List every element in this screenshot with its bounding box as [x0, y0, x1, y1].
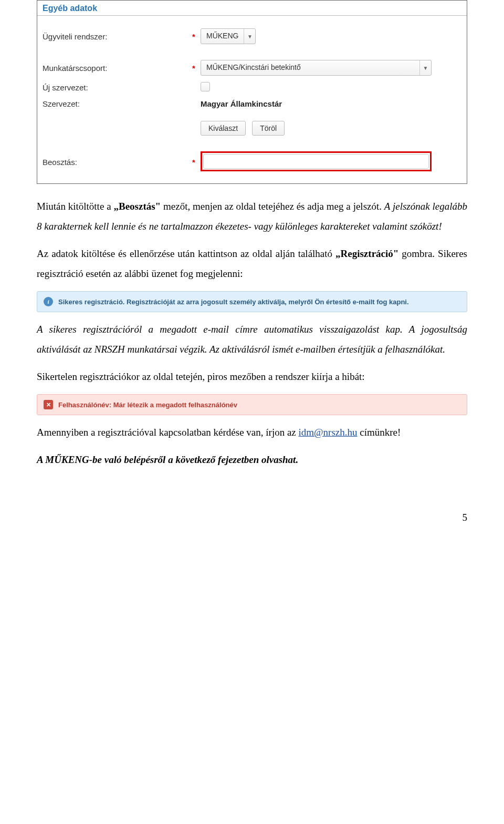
required-star: *	[192, 158, 201, 167]
panel-title: Egyéb adatok	[37, 1, 467, 16]
email-link[interactable]: idm@nrszh.hu	[299, 427, 358, 438]
row-neworg: Új szervezet:	[37, 79, 467, 96]
required-star: *	[192, 64, 201, 73]
row-position: Beosztás: *	[37, 139, 467, 176]
text-bold: „Regisztráció"	[335, 248, 398, 259]
org-value: Magyar Államkincstár	[201, 99, 282, 108]
text: mezőt, menjen az oldal tetejéhez és adja…	[161, 201, 384, 212]
text: Miután kitöltötte a	[37, 201, 113, 212]
position-input[interactable]	[203, 154, 429, 169]
alert-info: i Sikeres regisztráció. Regisztrációját …	[37, 291, 467, 312]
select-group-value: MŰKENG/Kincstári betekintő	[201, 60, 306, 75]
position-highlight-frame	[201, 151, 432, 171]
alert-error-text: Felhasználónév: Már létezik a megadott f…	[58, 401, 237, 409]
label-position: Beosztás:	[43, 158, 192, 167]
row-org-buttons: Kiválaszt Töröl	[37, 111, 467, 139]
paragraph-1: Miután kitöltötte a „Beosztás" mezőt, me…	[37, 197, 467, 236]
text: címünkre!	[358, 427, 401, 438]
row-group: Munkatárscsoport: * MŰKENG/Kincstári bet…	[37, 47, 467, 79]
required-star: *	[192, 32, 201, 41]
paragraph-6: A MŰKENG-be való belépésről a következő …	[37, 450, 467, 470]
checkbox-neworg[interactable]	[201, 82, 210, 91]
alert-info-text: Sikeres regisztráció. Regisztrációját az…	[58, 298, 409, 306]
close-icon: ✕	[44, 400, 53, 409]
paragraph-3: A sikeres regisztrációról a megadott e-m…	[37, 320, 467, 359]
paragraph-5: Amennyiben a regisztrációval kapcsolatba…	[37, 423, 467, 442]
text-bold: „Beosztás"	[113, 201, 161, 212]
paragraph-4: Sikertelen regisztrációkor az oldal tete…	[37, 367, 467, 387]
label-neworg: Új szervezet:	[43, 83, 192, 92]
page-number: 5	[37, 512, 467, 523]
row-org: Szervezet: Magyar Államkincstár	[37, 96, 467, 111]
select-system[interactable]: MŰKENG ▼	[201, 28, 256, 44]
select-button[interactable]: Kiválaszt	[201, 121, 246, 136]
label-group: Munkatárscsoport:	[43, 64, 192, 73]
label-system: Ügyviteli rendszer:	[43, 32, 192, 41]
text: Az adatok kitöltése és ellenőrzése után …	[37, 248, 335, 259]
row-system: Ügyviteli rendszer: * MŰKENG ▼	[37, 16, 467, 47]
chevron-down-icon: ▼	[244, 29, 255, 44]
label-org: Szervezet:	[43, 99, 192, 108]
alert-error: ✕ Felhasználónév: Már létezik a megadott…	[37, 394, 467, 415]
text: Amennyiben a regisztrációval kapcsolatba…	[37, 427, 299, 438]
select-group[interactable]: MŰKENG/Kincstári betekintő ▼	[201, 60, 432, 76]
paragraph-2: Az adatok kitöltése és ellenőrzése után …	[37, 244, 467, 284]
delete-button[interactable]: Töröl	[252, 121, 285, 136]
info-icon: i	[44, 297, 53, 306]
select-system-value: MŰKENG	[201, 29, 244, 44]
panel-other-data: Egyéb adatok Ügyviteli rendszer: * MŰKEN…	[37, 0, 467, 184]
chevron-down-icon: ▼	[419, 60, 431, 75]
